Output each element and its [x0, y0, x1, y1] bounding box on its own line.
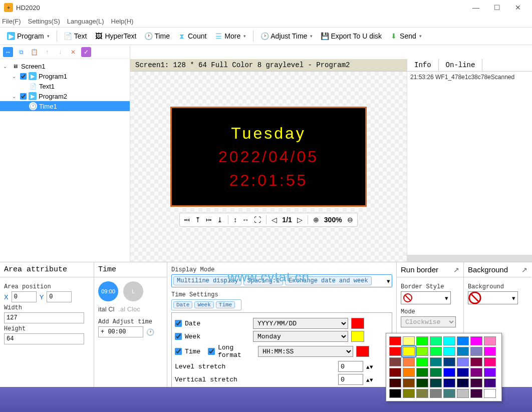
border-style-select[interactable]: ▾ — [401, 291, 451, 304]
time-settings-tabs[interactable]: Date Week Time — [171, 299, 241, 310]
color-swatch[interactable] — [403, 336, 415, 345]
adjust-time-button[interactable]: 🕑Adjust Time — [257, 31, 316, 41]
time-color-swatch[interactable] — [356, 346, 369, 357]
color-swatch[interactable] — [416, 389, 428, 398]
height-input[interactable] — [4, 333, 84, 344]
program1-checkbox[interactable] — [20, 73, 27, 80]
program2-checkbox[interactable] — [20, 93, 27, 100]
color-swatch[interactable] — [430, 389, 442, 398]
send-button[interactable]: ⬇Send — [387, 31, 425, 41]
color-swatch[interactable] — [403, 357, 415, 366]
color-swatch[interactable] — [416, 357, 428, 366]
color-swatch[interactable] — [389, 378, 401, 387]
color-swatch[interactable] — [443, 378, 455, 387]
long-format-checkbox[interactable] — [208, 348, 215, 355]
tree-new-button[interactable]: ↔ — [3, 47, 13, 57]
align-right-icon[interactable]: ⤠ — [206, 216, 212, 224]
week-checkbox[interactable] — [175, 333, 182, 340]
color-swatch[interactable] — [416, 336, 428, 345]
time-format-select[interactable]: HH:MM:SS — [258, 346, 353, 357]
color-swatch[interactable] — [416, 347, 428, 356]
tab-info[interactable]: Info — [407, 59, 439, 71]
preview-canvas[interactable]: Tuesday 2022/04/05 22:01:55 www.cvtat.cn… — [130, 72, 407, 262]
color-swatch[interactable] — [457, 357, 469, 366]
y-input[interactable] — [47, 291, 72, 302]
align-top-icon[interactable]: ⤒ — [195, 216, 201, 224]
minimize-button[interactable]: — — [466, 1, 486, 15]
date-format-select[interactable]: YYYY/MM/DD — [253, 318, 348, 329]
tree-program2[interactable]: ⌄ ▶ Program2 — [0, 91, 130, 101]
fit-width-icon[interactable]: ↔ — [242, 216, 249, 224]
color-swatch[interactable] — [389, 357, 401, 366]
color-swatch[interactable] — [470, 347, 482, 356]
time-button[interactable]: 🕐Time — [141, 31, 173, 41]
color-swatch[interactable] — [403, 389, 415, 398]
menu-file[interactable]: File(F) — [2, 18, 21, 25]
date-color-swatch[interactable] — [351, 318, 364, 329]
color-swatch[interactable] — [389, 368, 401, 377]
collapse-icon[interactable]: ⌄ — [12, 94, 18, 99]
bg-select[interactable]: ▾ — [468, 291, 518, 304]
scrollbar[interactable] — [407, 255, 532, 262]
close-button[interactable]: ✕ — [508, 1, 528, 15]
analog-clock-option[interactable]: L — [123, 281, 143, 301]
program-button[interactable]: ▶Program — [4, 31, 53, 41]
date-checkbox[interactable] — [175, 320, 182, 327]
tab-online[interactable]: On-line — [439, 59, 483, 71]
color-swatch[interactable] — [403, 347, 415, 356]
menu-settings[interactable]: Settings(S) — [28, 18, 60, 25]
text-button[interactable]: 📄Text — [61, 31, 90, 41]
fullscreen-icon[interactable]: ⛶ — [254, 216, 261, 224]
align-bottom-icon[interactable]: ⤓ — [217, 216, 223, 224]
x-input[interactable] — [12, 291, 37, 302]
color-swatch[interactable] — [457, 347, 469, 356]
menu-help[interactable]: Help(H) — [111, 18, 134, 25]
fit-height-icon[interactable]: ↕ — [233, 216, 237, 224]
export-button[interactable]: 💾Export To U disk — [318, 31, 385, 41]
hypertext-button[interactable]: 🖼HyperText — [92, 31, 139, 41]
color-swatch[interactable] — [389, 336, 401, 345]
color-swatch[interactable] — [484, 347, 496, 356]
color-swatch[interactable] — [443, 368, 455, 377]
maximize-button[interactable]: ☐ — [487, 1, 507, 15]
color-swatch[interactable] — [416, 378, 428, 387]
color-swatch[interactable] — [443, 336, 455, 345]
tree-screen1[interactable]: ⌄ 🖥 Screen1 — [0, 61, 130, 71]
level-stretch-input[interactable] — [338, 361, 363, 372]
color-swatch[interactable] — [403, 378, 415, 387]
width-input[interactable] — [4, 312, 84, 323]
collapse-icon[interactable]: ⌄ — [3, 64, 9, 69]
zoom-out-icon[interactable]: ⊖ — [347, 216, 353, 224]
color-swatch[interactable] — [430, 368, 442, 377]
color-swatch[interactable] — [389, 389, 401, 398]
tree-check-button[interactable]: ✓ — [81, 47, 91, 57]
tree-delete-button[interactable]: ✕ — [68, 47, 78, 57]
color-swatch[interactable] — [389, 347, 401, 356]
color-swatch[interactable] — [430, 347, 442, 356]
border-mode-select[interactable]: Clockwise — [401, 316, 456, 327]
color-swatch[interactable] — [484, 357, 496, 366]
tree-copy-button[interactable]: ⧉ — [16, 47, 26, 57]
tree-program1[interactable]: ⌄ ▶ Program1 — [0, 71, 130, 81]
color-swatch[interactable] — [470, 336, 482, 345]
next-page-icon[interactable]: ▷ — [297, 216, 303, 224]
week-format-select[interactable]: Monday — [253, 331, 348, 342]
color-swatch[interactable] — [416, 368, 428, 377]
color-swatch[interactable] — [470, 389, 482, 398]
color-swatch[interactable] — [403, 368, 415, 377]
adjust-time-input[interactable] — [98, 326, 143, 337]
color-swatch[interactable] — [443, 357, 455, 366]
color-swatch[interactable] — [430, 378, 442, 387]
week-color-swatch[interactable] — [351, 331, 364, 342]
zoom-in-icon[interactable]: ⊕ — [313, 216, 319, 224]
color-swatch[interactable] — [470, 378, 482, 387]
prev-page-icon[interactable]: ◁ — [272, 216, 277, 224]
color-swatch[interactable] — [457, 389, 469, 398]
color-swatch[interactable] — [443, 389, 455, 398]
color-swatch[interactable] — [484, 378, 496, 387]
color-swatch[interactable] — [430, 336, 442, 345]
color-swatch[interactable] — [470, 357, 482, 366]
spinner-icon[interactable]: ▴▾ — [366, 363, 373, 370]
tree-text1[interactable]: 📄 Text1 — [0, 81, 130, 91]
count-button[interactable]: ⧗Count — [175, 31, 209, 41]
